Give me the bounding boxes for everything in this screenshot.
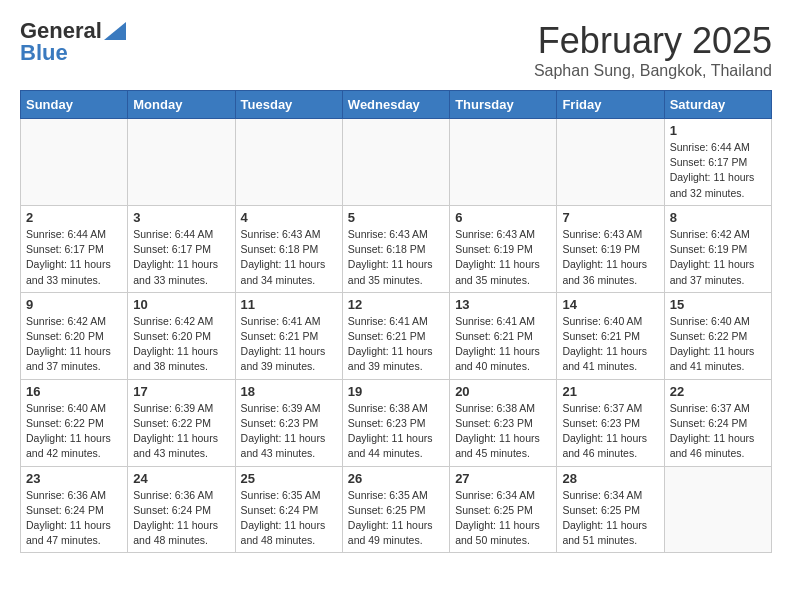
day-info: Sunrise: 6:44 AM Sunset: 6:17 PM Dayligh…	[670, 140, 766, 201]
page-header: General Blue February 2025 Saphan Sung, …	[20, 20, 772, 80]
day-info: Sunrise: 6:43 AM Sunset: 6:18 PM Dayligh…	[241, 227, 337, 288]
day-number: 19	[348, 384, 444, 399]
calendar-cell: 27Sunrise: 6:34 AM Sunset: 6:25 PM Dayli…	[450, 466, 557, 553]
day-number: 21	[562, 384, 658, 399]
day-info: Sunrise: 6:36 AM Sunset: 6:24 PM Dayligh…	[133, 488, 229, 549]
calendar-week-row: 1Sunrise: 6:44 AM Sunset: 6:17 PM Daylig…	[21, 119, 772, 206]
calendar-week-row: 23Sunrise: 6:36 AM Sunset: 6:24 PM Dayli…	[21, 466, 772, 553]
day-number: 17	[133, 384, 229, 399]
day-number: 20	[455, 384, 551, 399]
day-number: 11	[241, 297, 337, 312]
day-info: Sunrise: 6:36 AM Sunset: 6:24 PM Dayligh…	[26, 488, 122, 549]
weekday-header-saturday: Saturday	[664, 91, 771, 119]
weekday-header-sunday: Sunday	[21, 91, 128, 119]
day-number: 27	[455, 471, 551, 486]
day-info: Sunrise: 6:42 AM Sunset: 6:20 PM Dayligh…	[26, 314, 122, 375]
day-number: 14	[562, 297, 658, 312]
day-info: Sunrise: 6:37 AM Sunset: 6:24 PM Dayligh…	[670, 401, 766, 462]
calendar-cell	[450, 119, 557, 206]
day-info: Sunrise: 6:35 AM Sunset: 6:25 PM Dayligh…	[348, 488, 444, 549]
calendar-cell: 3Sunrise: 6:44 AM Sunset: 6:17 PM Daylig…	[128, 205, 235, 292]
day-number: 9	[26, 297, 122, 312]
day-info: Sunrise: 6:43 AM Sunset: 6:19 PM Dayligh…	[562, 227, 658, 288]
calendar-cell: 28Sunrise: 6:34 AM Sunset: 6:25 PM Dayli…	[557, 466, 664, 553]
calendar-cell: 15Sunrise: 6:40 AM Sunset: 6:22 PM Dayli…	[664, 292, 771, 379]
title-block: February 2025 Saphan Sung, Bangkok, Thai…	[534, 20, 772, 80]
day-number: 22	[670, 384, 766, 399]
calendar-cell: 19Sunrise: 6:38 AM Sunset: 6:23 PM Dayli…	[342, 379, 449, 466]
weekday-header-tuesday: Tuesday	[235, 91, 342, 119]
day-number: 10	[133, 297, 229, 312]
calendar-week-row: 2Sunrise: 6:44 AM Sunset: 6:17 PM Daylig…	[21, 205, 772, 292]
day-number: 5	[348, 210, 444, 225]
weekday-header-friday: Friday	[557, 91, 664, 119]
day-number: 12	[348, 297, 444, 312]
day-number: 26	[348, 471, 444, 486]
day-info: Sunrise: 6:34 AM Sunset: 6:25 PM Dayligh…	[562, 488, 658, 549]
calendar-cell: 22Sunrise: 6:37 AM Sunset: 6:24 PM Dayli…	[664, 379, 771, 466]
day-number: 18	[241, 384, 337, 399]
calendar-cell	[21, 119, 128, 206]
day-info: Sunrise: 6:44 AM Sunset: 6:17 PM Dayligh…	[133, 227, 229, 288]
calendar-cell: 7Sunrise: 6:43 AM Sunset: 6:19 PM Daylig…	[557, 205, 664, 292]
calendar-cell	[664, 466, 771, 553]
day-number: 28	[562, 471, 658, 486]
calendar-cell: 26Sunrise: 6:35 AM Sunset: 6:25 PM Dayli…	[342, 466, 449, 553]
logo-general-text: General	[20, 20, 102, 42]
day-number: 16	[26, 384, 122, 399]
calendar-cell	[128, 119, 235, 206]
location-title: Saphan Sung, Bangkok, Thailand	[534, 62, 772, 80]
calendar-cell: 1Sunrise: 6:44 AM Sunset: 6:17 PM Daylig…	[664, 119, 771, 206]
weekday-header-wednesday: Wednesday	[342, 91, 449, 119]
calendar-cell	[557, 119, 664, 206]
day-info: Sunrise: 6:37 AM Sunset: 6:23 PM Dayligh…	[562, 401, 658, 462]
calendar-cell: 14Sunrise: 6:40 AM Sunset: 6:21 PM Dayli…	[557, 292, 664, 379]
svg-marker-0	[104, 22, 126, 40]
calendar-cell: 24Sunrise: 6:36 AM Sunset: 6:24 PM Dayli…	[128, 466, 235, 553]
day-info: Sunrise: 6:43 AM Sunset: 6:19 PM Dayligh…	[455, 227, 551, 288]
day-info: Sunrise: 6:41 AM Sunset: 6:21 PM Dayligh…	[348, 314, 444, 375]
calendar-cell	[235, 119, 342, 206]
calendar-cell: 25Sunrise: 6:35 AM Sunset: 6:24 PM Dayli…	[235, 466, 342, 553]
calendar-cell: 4Sunrise: 6:43 AM Sunset: 6:18 PM Daylig…	[235, 205, 342, 292]
day-number: 8	[670, 210, 766, 225]
calendar-cell: 8Sunrise: 6:42 AM Sunset: 6:19 PM Daylig…	[664, 205, 771, 292]
day-info: Sunrise: 6:35 AM Sunset: 6:24 PM Dayligh…	[241, 488, 337, 549]
day-number: 3	[133, 210, 229, 225]
calendar-cell: 18Sunrise: 6:39 AM Sunset: 6:23 PM Dayli…	[235, 379, 342, 466]
calendar-cell	[342, 119, 449, 206]
calendar-cell: 20Sunrise: 6:38 AM Sunset: 6:23 PM Dayli…	[450, 379, 557, 466]
day-info: Sunrise: 6:38 AM Sunset: 6:23 PM Dayligh…	[348, 401, 444, 462]
day-info: Sunrise: 6:39 AM Sunset: 6:22 PM Dayligh…	[133, 401, 229, 462]
day-number: 6	[455, 210, 551, 225]
calendar-week-row: 16Sunrise: 6:40 AM Sunset: 6:22 PM Dayli…	[21, 379, 772, 466]
day-info: Sunrise: 6:41 AM Sunset: 6:21 PM Dayligh…	[455, 314, 551, 375]
calendar-cell: 6Sunrise: 6:43 AM Sunset: 6:19 PM Daylig…	[450, 205, 557, 292]
day-info: Sunrise: 6:44 AM Sunset: 6:17 PM Dayligh…	[26, 227, 122, 288]
calendar-cell: 13Sunrise: 6:41 AM Sunset: 6:21 PM Dayli…	[450, 292, 557, 379]
day-number: 25	[241, 471, 337, 486]
calendar-week-row: 9Sunrise: 6:42 AM Sunset: 6:20 PM Daylig…	[21, 292, 772, 379]
calendar-cell: 11Sunrise: 6:41 AM Sunset: 6:21 PM Dayli…	[235, 292, 342, 379]
month-title: February 2025	[534, 20, 772, 62]
day-info: Sunrise: 6:40 AM Sunset: 6:22 PM Dayligh…	[670, 314, 766, 375]
day-info: Sunrise: 6:34 AM Sunset: 6:25 PM Dayligh…	[455, 488, 551, 549]
day-number: 15	[670, 297, 766, 312]
day-number: 23	[26, 471, 122, 486]
weekday-header-thursday: Thursday	[450, 91, 557, 119]
day-number: 24	[133, 471, 229, 486]
day-number: 1	[670, 123, 766, 138]
logo-blue-text: Blue	[20, 42, 68, 64]
weekday-header-monday: Monday	[128, 91, 235, 119]
calendar-cell: 23Sunrise: 6:36 AM Sunset: 6:24 PM Dayli…	[21, 466, 128, 553]
day-info: Sunrise: 6:38 AM Sunset: 6:23 PM Dayligh…	[455, 401, 551, 462]
day-info: Sunrise: 6:42 AM Sunset: 6:19 PM Dayligh…	[670, 227, 766, 288]
day-info: Sunrise: 6:43 AM Sunset: 6:18 PM Dayligh…	[348, 227, 444, 288]
logo: General Blue	[20, 20, 126, 64]
calendar-table: SundayMondayTuesdayWednesdayThursdayFrid…	[20, 90, 772, 553]
calendar-cell: 17Sunrise: 6:39 AM Sunset: 6:22 PM Dayli…	[128, 379, 235, 466]
calendar-cell: 2Sunrise: 6:44 AM Sunset: 6:17 PM Daylig…	[21, 205, 128, 292]
calendar-cell: 21Sunrise: 6:37 AM Sunset: 6:23 PM Dayli…	[557, 379, 664, 466]
calendar-cell: 12Sunrise: 6:41 AM Sunset: 6:21 PM Dayli…	[342, 292, 449, 379]
day-number: 7	[562, 210, 658, 225]
